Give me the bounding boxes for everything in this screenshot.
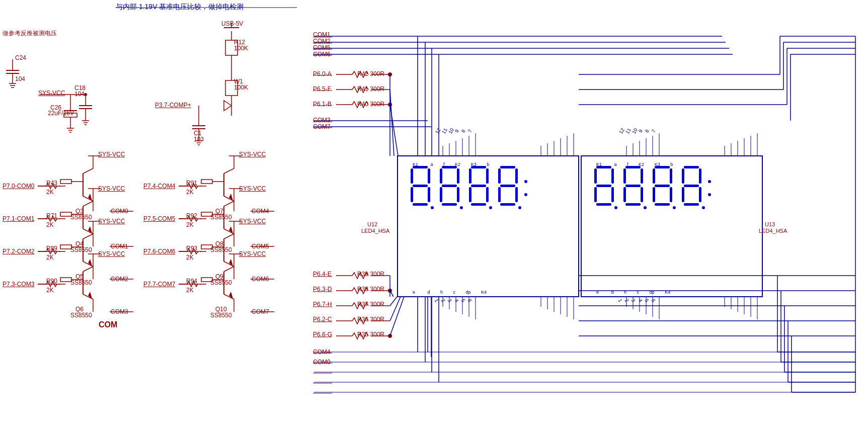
r93-label: R93 — [186, 245, 197, 252]
q8-type: SS8550 — [210, 246, 232, 253]
svg-line-88 — [224, 201, 234, 206]
u12-label: U12 — [367, 221, 377, 227]
p66g-bus-label: P6.6-G — [313, 331, 332, 338]
svg-line-109 — [224, 294, 234, 299]
com5-out-label: COM5 — [252, 243, 269, 250]
svg-line-58 — [83, 234, 93, 239]
p70-com0-label: P7.0-COM0 — [3, 183, 34, 190]
svg-line-108 — [224, 267, 234, 272]
p74-com4-label: P7.4-COM4 — [143, 183, 175, 190]
svg-line-98 — [224, 234, 234, 239]
p37-label: P3.7-COMP+ — [155, 102, 191, 109]
r35-label: R35 300R — [357, 331, 384, 338]
com4-out-label: COM4 — [252, 208, 269, 215]
p75-com5-label: P7.5-COM5 — [143, 215, 175, 222]
sysvcc-q8: SYS-VCC — [239, 185, 266, 192]
p67h-bus-label: P6.7-H — [313, 301, 332, 308]
u12-bot-labels: e d h c dp K4 — [413, 290, 487, 295]
p72-com2-label: P7.2-COM2 — [3, 248, 34, 255]
sysvcc-q3: SYS-VCC — [98, 151, 125, 158]
r12-value: 100K — [234, 45, 248, 52]
svg-rect-35 — [60, 180, 71, 184]
sysvcc-q5: SYS-VCC — [98, 218, 125, 225]
p64e-bus-label: P6.4-E — [313, 271, 332, 278]
com7-out-label: COM7 — [252, 308, 269, 315]
svg-line-39 — [83, 196, 93, 201]
p77-com7-label: P7.7-COM7 — [143, 281, 175, 288]
q4-type: SS8550 — [70, 246, 92, 253]
svg-line-164 — [390, 297, 401, 321]
w1-value: 100K — [234, 84, 248, 91]
svg-line-48 — [83, 201, 93, 206]
q9-type: SS8550 — [210, 279, 232, 286]
ref-voltage-label: 做参考反推被测电压 — [3, 29, 57, 38]
u12-top-labels: K1 a f K2 K3 b — [413, 162, 489, 167]
p76-com6-label: P7.6-COM6 — [143, 248, 175, 255]
svg-rect-45 — [60, 212, 71, 216]
p61b-bus-label: P6.1-B — [313, 101, 332, 108]
u13-type: LED4_HSA — [759, 228, 787, 234]
r89-label: R89 — [46, 245, 57, 252]
c18-value: 104 — [74, 91, 85, 98]
r90-label: R90 — [46, 278, 57, 285]
r93-value: 2K — [186, 254, 194, 261]
schematic-lines — [0, 0, 868, 436]
r91-value: 2K — [186, 189, 194, 196]
com6-bus-label: COM6 — [313, 51, 331, 58]
p65f-bus-label: P6.5-F — [313, 85, 331, 93]
r42-label: R42 300R — [357, 70, 384, 77]
com6-out-label: COM6 — [252, 276, 269, 283]
r91-label: R91 — [186, 180, 197, 187]
r90-value: 2K — [46, 287, 54, 294]
u12-type: LED4_HSA — [361, 228, 389, 234]
p62c-bus-label: P6.2-C — [313, 316, 332, 323]
sysvcc-q6: SYS-VCC — [98, 250, 125, 257]
r43-label: R43 — [46, 180, 57, 187]
r94-label: R94 — [186, 278, 197, 285]
com2-out-label: COM2 — [111, 276, 128, 283]
svg-line-89 — [224, 229, 234, 234]
r71-value: 2K — [46, 221, 54, 228]
r36-label: R36 300R — [357, 316, 384, 323]
r94-value: 2K — [186, 287, 194, 294]
svg-line-160 — [390, 105, 398, 156]
sysvcc-q7: SYS-VCC — [239, 151, 266, 158]
c1-value: 103 — [194, 136, 204, 143]
usb5v-label: USB-5V — [221, 20, 243, 27]
svg-marker-6 — [224, 101, 231, 111]
r92-value: 2K — [186, 221, 194, 228]
u13-display — [586, 160, 719, 216]
c24-value: 104 — [15, 75, 25, 82]
svg-line-38 — [83, 168, 93, 173]
svg-rect-65 — [60, 278, 71, 282]
svg-line-69 — [83, 294, 93, 299]
com1-bus-label: COM1 — [313, 31, 331, 38]
sysvcc-q10: SYS-VCC — [239, 250, 266, 257]
com3-out-label: COM3 — [111, 308, 128, 315]
com7-bus-label: COM7 — [313, 123, 331, 130]
p71-com1-label: P7.1-COM1 — [3, 215, 34, 222]
com4-bus-label: COM4 — [313, 348, 331, 356]
q6-type: SS8550 — [70, 312, 92, 319]
svg-line-159 — [390, 90, 394, 156]
r39-label: R39 300R — [357, 271, 384, 278]
header-text: 与内部 1.19V 基准电压比较，做掉电检测 — [116, 3, 244, 12]
r41-label: R41 300R — [357, 85, 384, 93]
r92-label: R92 — [186, 212, 197, 219]
svg-rect-75 — [201, 180, 212, 184]
r37-label: R37 300R — [357, 301, 384, 308]
sysvcc-q4: SYS-VCC — [98, 185, 125, 192]
com-detection-label: COM — [99, 320, 117, 329]
com3-bus-label: COM3 — [313, 117, 331, 124]
u13-top-labels: K1 a f K2 K3 b — [596, 162, 673, 167]
p63d-bus-label: P6.3-D — [313, 286, 332, 293]
q5-type: SS8550 — [70, 279, 92, 286]
svg-line-68 — [83, 267, 93, 272]
c24-label: C24 — [15, 54, 26, 61]
r43-value: 2K — [46, 189, 54, 196]
r40-label: R40 300R — [357, 101, 384, 108]
c26-value: 22uF/16V — [48, 110, 74, 117]
p73-com3-label: P7.3-COM3 — [3, 281, 34, 288]
svg-line-79 — [224, 196, 234, 201]
r71-label: R71 — [46, 212, 57, 219]
